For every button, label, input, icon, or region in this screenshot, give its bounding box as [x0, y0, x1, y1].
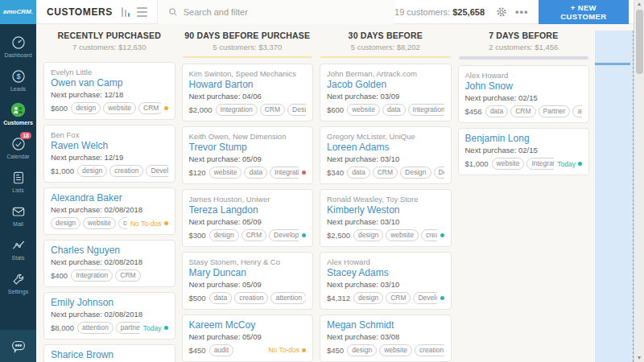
- scrollbar-thumb[interactable]: [636, 10, 643, 74]
- tag[interactable]: Design: [287, 104, 306, 116]
- tag[interactable]: Development: [434, 167, 444, 179]
- tag[interactable]: design: [353, 292, 383, 304]
- sidebar-item-customers[interactable]: Customers: [0, 97, 36, 130]
- sidebar-item-leads[interactable]: $ Leads: [0, 63, 36, 97]
- tag[interactable]: creation: [234, 292, 268, 304]
- sidebar-item-lists[interactable]: Lists: [0, 164, 36, 198]
- customer-name-link[interactable]: Kimberly Weston: [327, 204, 444, 216]
- tag[interactable]: CRM: [260, 104, 285, 116]
- tag[interactable]: CRM: [386, 292, 411, 304]
- scroll-down-icon[interactable]: ▼: [637, 354, 642, 362]
- sidebar-item-settings[interactable]: Settings: [0, 265, 36, 299]
- kanban-view-icon[interactable]: [122, 7, 130, 17]
- tag[interactable]: website: [386, 229, 419, 241]
- customer-card[interactable]: Alexandra Baker Next purchase: 02/08/201…: [43, 187, 175, 235]
- scroll-up-icon[interactable]: ▲: [637, 0, 642, 8]
- tag[interactable]: creation: [118, 217, 127, 229]
- tag[interactable]: attention: [572, 105, 582, 117]
- tag[interactable]: data: [347, 167, 370, 179]
- customer-card[interactable]: Benjamin Long Next purchase: 02/15 $1,00…: [458, 128, 590, 175]
- tag[interactable]: partnership: [116, 322, 140, 334]
- customer-card[interactable]: Megan Schmidt Next purchase: 03/08 $450 …: [320, 315, 452, 362]
- tag[interactable]: data: [485, 105, 509, 117]
- tag[interactable]: CRM: [138, 102, 160, 114]
- customer-card[interactable]: Kareem McCoy Next purchase: 05/09 $450 a…: [182, 315, 314, 362]
- tag[interactable]: CRM: [373, 167, 398, 179]
- tag[interactable]: design: [209, 229, 239, 241]
- customer-name-link[interactable]: Kareem McCoy: [189, 319, 307, 331]
- vertical-scrollbar[interactable]: ▲ ▼: [634, 0, 644, 362]
- tag[interactable]: website: [492, 158, 525, 170]
- more-options-icon[interactable]: •••: [515, 6, 529, 18]
- support-chat-button[interactable]: [0, 330, 36, 362]
- customer-card[interactable]: Sharice Brown Next purchase: 02/08/2018 …: [43, 344, 175, 362]
- customer-card[interactable]: Evelyn Little Owen van Camp Next purchas…: [43, 62, 175, 120]
- new-customer-button[interactable]: + NEW CUSTOMER: [539, 0, 629, 24]
- customer-card[interactable]: John Berman, Artrack.com Jacob Golden Ne…: [320, 64, 452, 121]
- tag[interactable]: website: [103, 102, 136, 114]
- customer-name-link[interactable]: Jacob Golden: [327, 79, 444, 91]
- customer-name-link[interactable]: Megan Schmidt: [327, 319, 444, 331]
- customer-name-link[interactable]: Charles Nguyen: [51, 245, 168, 257]
- customer-card[interactable]: Ronald Weasley, Toy Store Kimberly Westo…: [320, 189, 452, 247]
- tag[interactable]: Partner: [539, 105, 571, 117]
- sidebar-item-dashboard[interactable]: Dashboard: [0, 29, 36, 63]
- tag[interactable]: attention: [270, 292, 306, 304]
- tag[interactable]: creation: [109, 165, 143, 177]
- search-input[interactable]: [184, 7, 385, 17]
- sidebar-item-mail[interactable]: Mail: [0, 198, 36, 232]
- tag[interactable]: website: [347, 104, 380, 116]
- customer-name-link[interactable]: Emily Johnson: [51, 297, 168, 309]
- tag[interactable]: Integration: [71, 269, 113, 282]
- tag[interactable]: design: [353, 229, 383, 241]
- search-bar[interactable]: [158, 0, 394, 24]
- gear-icon[interactable]: [496, 6, 507, 18]
- customer-name-link[interactable]: Raven Welch: [51, 140, 168, 152]
- tag[interactable]: design: [347, 344, 377, 356]
- tag[interactable]: creation: [415, 344, 444, 356]
- tag[interactable]: data: [382, 104, 406, 116]
- tag[interactable]: website: [83, 217, 116, 229]
- tag[interactable]: design: [77, 165, 107, 177]
- tag[interactable]: Integration: [270, 167, 299, 179]
- customer-name-link[interactable]: Trevor Stump: [189, 142, 307, 154]
- customer-name-link[interactable]: John Snow: [465, 80, 583, 93]
- customer-card[interactable]: Keith Owen, New Dimension Trevor Stump N…: [182, 126, 314, 184]
- tag[interactable]: website: [379, 344, 412, 356]
- tag[interactable]: attention: [77, 322, 114, 334]
- customer-card[interactable]: Alex Howard Stacey Adams Next purchase: …: [320, 252, 452, 310]
- customer-name-link[interactable]: Sharice Brown: [51, 349, 168, 361]
- customer-name-link[interactable]: Loreen Adams: [327, 142, 444, 154]
- amocrm-logo[interactable]: amoCRM.: [0, 0, 36, 24]
- customer-card[interactable]: James Houston, Uniwer Tereza Langdon Nex…: [182, 189, 314, 247]
- tag[interactable]: Integration: [408, 104, 444, 116]
- list-view-icon[interactable]: [137, 7, 147, 17]
- tag[interactable]: Development: [269, 229, 299, 241]
- customer-name-link[interactable]: Mary Duncan: [189, 267, 307, 279]
- customer-name-link[interactable]: Tereza Langdon: [189, 204, 307, 216]
- tag[interactable]: Integration: [526, 158, 554, 170]
- customer-name-link[interactable]: Alexandra Baker: [51, 192, 168, 204]
- tag[interactable]: Development: [413, 292, 436, 304]
- customer-card[interactable]: Kim Swinton, Speed Mechanics Howard Bart…: [182, 64, 314, 121]
- sidebar-item-stats[interactable]: Stats: [0, 232, 36, 265]
- customer-name-link[interactable]: Stacey Adams: [327, 267, 444, 279]
- customer-card[interactable]: Ben Fox Raven Welch Next purchase: 12/19…: [43, 125, 175, 183]
- customer-card[interactable]: Charles Nguyen Next purchase: 02/08/2018…: [43, 240, 175, 287]
- tag[interactable]: Integration: [216, 104, 258, 116]
- customer-card[interactable]: Gregory McLister, UniQue Loreen Adams Ne…: [320, 126, 452, 184]
- tag[interactable]: Design: [400, 167, 431, 179]
- customer-name-link[interactable]: Howard Barton: [189, 79, 307, 91]
- customer-card[interactable]: Emily Johnson Next purchase: 02/08/2018 …: [43, 292, 175, 339]
- sidebar-item-calendar[interactable]: 18 Calendar: [0, 130, 36, 164]
- tag[interactable]: creation: [421, 229, 437, 241]
- customer-card[interactable]: Stasy Stonem, Henry & Co Mary Duncan Nex…: [182, 252, 314, 310]
- tag[interactable]: data: [209, 292, 233, 304]
- tag[interactable]: CRM: [115, 269, 140, 282]
- tag[interactable]: design: [71, 102, 101, 114]
- tag[interactable]: CRM: [242, 229, 266, 241]
- customer-name-link[interactable]: Benjamin Long: [465, 133, 583, 145]
- tag[interactable]: Development: [146, 165, 167, 177]
- tag[interactable]: data: [244, 167, 267, 179]
- tag[interactable]: CRM: [510, 105, 535, 117]
